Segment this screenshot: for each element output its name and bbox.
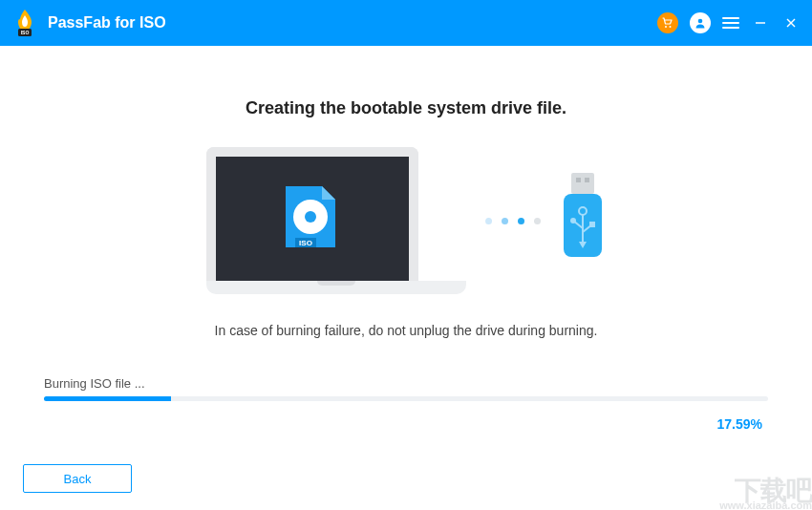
- cart-button[interactable]: [657, 12, 678, 33]
- svg-point-19: [570, 218, 576, 223]
- svg-point-2: [665, 26, 667, 28]
- svg-rect-21: [589, 222, 595, 227]
- hint-text: In case of burning failure, do not unplu…: [38, 323, 774, 338]
- titlebar-actions: [657, 12, 801, 33]
- svg-point-9: [305, 211, 316, 223]
- progress-fill: [44, 396, 171, 401]
- status-text: Burning ISO file ...: [44, 376, 768, 391]
- progress-section: Burning ISO file ... 17.59%: [38, 376, 774, 432]
- app-logo-icon: ISO: [11, 10, 38, 36]
- svg-text:ISO: ISO: [299, 239, 312, 247]
- progress-bar: [44, 396, 768, 401]
- titlebar: ISO PassFab for ISO: [0, 0, 812, 46]
- svg-rect-13: [576, 178, 581, 182]
- minimize-button[interactable]: [751, 13, 770, 32]
- svg-text:ISO: ISO: [21, 30, 30, 35]
- menu-button[interactable]: [722, 14, 739, 32]
- footer: Back: [0, 447, 812, 510]
- usb-drive-icon: [560, 173, 606, 268]
- back-button[interactable]: Back: [23, 464, 132, 493]
- svg-rect-12: [571, 173, 594, 194]
- iso-file-icon: ISO: [282, 182, 343, 255]
- laptop-icon: ISO: [206, 147, 466, 294]
- app-title: PassFab for ISO: [48, 14, 657, 32]
- svg-rect-14: [585, 178, 589, 182]
- transfer-dots-icon: [485, 218, 541, 224]
- svg-point-4: [698, 19, 703, 24]
- page-title: Creating the bootable system drive file.: [38, 98, 774, 118]
- progress-percent: 17.59%: [44, 416, 768, 432]
- svg-point-3: [670, 26, 672, 28]
- close-button[interactable]: [781, 13, 801, 32]
- main-content: Creating the bootable system drive file.…: [0, 46, 812, 432]
- user-button[interactable]: [690, 12, 711, 33]
- illustration: ISO: [38, 147, 774, 294]
